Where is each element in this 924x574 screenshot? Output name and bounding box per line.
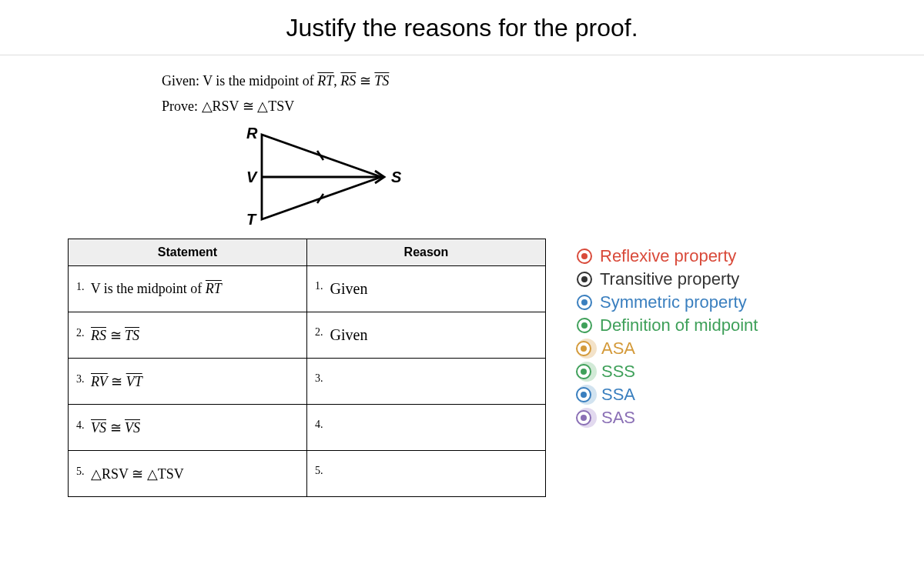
option-sas[interactable]: SAS xyxy=(577,408,758,428)
row-number: 3. xyxy=(76,373,85,385)
table-row: 2. RS ≅ TS 2. Given xyxy=(69,312,546,359)
label-r: R xyxy=(246,125,258,142)
option-label: Transitive property xyxy=(600,269,739,289)
congruent-symbol: ≅ xyxy=(356,73,374,88)
option-label: SSA xyxy=(601,385,635,405)
bullet-icon xyxy=(577,249,592,264)
stmt-text: V is the midpoint of xyxy=(91,281,206,296)
proof-table: Statement Reason 1. V is the midpoint of… xyxy=(68,239,546,497)
label-t: T xyxy=(246,211,257,228)
answer-options: Reflexive property Transitive property S… xyxy=(577,246,758,431)
label-v: V xyxy=(246,169,258,185)
segment: RV xyxy=(91,374,108,389)
halo-icon xyxy=(577,385,597,405)
prove-prefix: Prove: xyxy=(162,98,202,114)
triangle-tsv: △TSV xyxy=(257,98,294,114)
row-number: 4. xyxy=(315,419,323,431)
row-number: 5. xyxy=(76,466,85,478)
header-reason: Reason xyxy=(307,239,546,266)
reason-text: Given xyxy=(330,280,368,297)
geometry-figure: R V T S xyxy=(216,123,924,231)
segment-rs: RS xyxy=(340,73,356,88)
label-s: S xyxy=(391,169,402,185)
table-row: 5. △RSV ≅ △TSV 5. xyxy=(69,451,546,497)
stmt-text: △RSV ≅ △TSV xyxy=(91,466,184,482)
option-label: SSS xyxy=(601,362,635,382)
option-label: Reflexive property xyxy=(600,246,736,266)
segment: VS xyxy=(91,420,106,436)
row-number: 1. xyxy=(76,281,85,293)
bullet-icon xyxy=(577,318,592,333)
congruent-symbol: ≅ xyxy=(239,98,257,114)
table-row: 3. RV ≅ VT 3. xyxy=(69,359,546,405)
option-asa[interactable]: ASA xyxy=(577,339,758,359)
segment: VS xyxy=(125,420,140,436)
row-number: 1. xyxy=(315,280,323,292)
segment: TS xyxy=(125,328,139,343)
row-number: 2. xyxy=(76,327,85,339)
option-label: Symmetric property xyxy=(600,292,747,312)
table-row: 1. V is the midpoint of RT 1. Given xyxy=(69,266,546,312)
congruent-symbol: ≅ xyxy=(106,328,125,343)
segment-ts: TS xyxy=(374,73,389,88)
given-line: Given: V is the midpoint of RT, RS ≅ TS xyxy=(162,71,924,92)
page-title: Justify the reasons for the proof. xyxy=(0,0,924,55)
segment-rt: RT xyxy=(317,73,333,88)
option-label: SAS xyxy=(601,408,635,428)
halo-icon xyxy=(577,362,597,382)
halo-icon xyxy=(577,408,597,428)
option-label: Definition of midpoint xyxy=(600,315,758,335)
row-number: 5. xyxy=(315,465,323,477)
option-reflexive[interactable]: Reflexive property xyxy=(577,246,758,266)
reason-text: Given xyxy=(330,326,368,343)
prove-line: Prove: △RSV ≅ △TSV xyxy=(162,96,924,117)
row-number: 4. xyxy=(76,419,85,432)
header-statement: Statement xyxy=(69,239,307,266)
option-label: ASA xyxy=(601,339,635,359)
option-definition-midpoint[interactable]: Definition of midpoint xyxy=(577,315,758,335)
row-number: 3. xyxy=(315,372,323,385)
row-number: 2. xyxy=(315,326,323,339)
congruent-symbol: ≅ xyxy=(108,374,126,389)
option-sss[interactable]: SSS xyxy=(577,362,758,382)
congruent-symbol: ≅ xyxy=(106,420,125,436)
bullet-icon xyxy=(577,295,592,310)
option-symmetric[interactable]: Symmetric property xyxy=(577,292,758,312)
segment: RT xyxy=(206,281,222,296)
halo-icon xyxy=(577,339,597,359)
table-row: 4. VS ≅ VS 4. xyxy=(69,405,546,451)
triangle-rsv: △RSV xyxy=(202,98,239,114)
option-transitive[interactable]: Transitive property xyxy=(577,269,758,289)
given-prefix: Given: V is the midpoint of xyxy=(162,73,317,88)
bullet-icon xyxy=(577,272,592,287)
option-ssa[interactable]: SSA xyxy=(577,385,758,405)
segment: RS xyxy=(91,328,106,343)
comma: , xyxy=(333,73,340,88)
segment: VT xyxy=(126,374,142,389)
